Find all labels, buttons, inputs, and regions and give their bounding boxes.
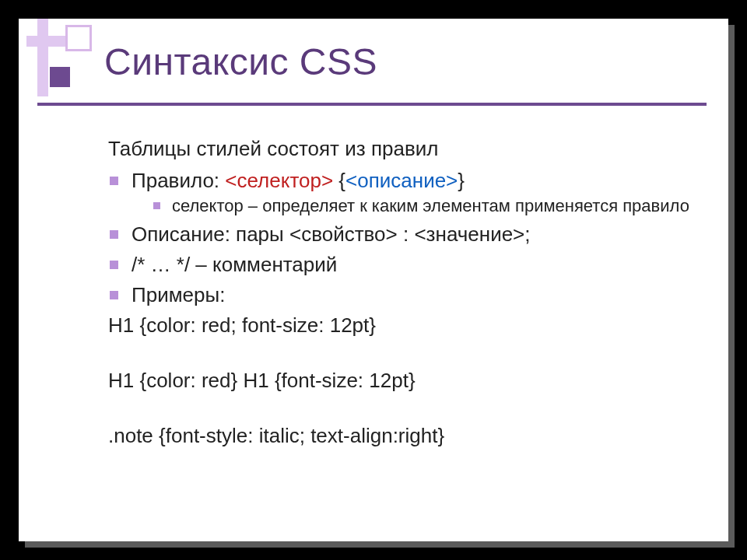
slide-body: Таблицы стилей состоят из правил Правило… bbox=[108, 135, 697, 453]
rule-label: Правило: bbox=[132, 169, 225, 192]
decor-square-outline bbox=[65, 25, 92, 51]
example-3: .note {font-style: italic; text-align:ri… bbox=[108, 422, 697, 450]
intro-text: Таблицы стилей состоят из правил bbox=[108, 135, 697, 163]
rule-description: <описание> bbox=[345, 169, 458, 192]
rule-selector: <селектор> bbox=[225, 169, 333, 192]
sub-bullet-list: селектор – определяет к каким элементам … bbox=[153, 194, 697, 218]
examples-block: H1 {color: red; font-size: 12pt} H1 {col… bbox=[108, 312, 697, 450]
bullet-description: Описание: пары <свойство> : <значение>; bbox=[108, 221, 697, 248]
title-area: Синтаксис CSS bbox=[19, 19, 728, 120]
slide: Синтаксис CSS Таблицы стилей состоят из … bbox=[19, 19, 728, 541]
bullet-comment: /* … */ – комментарий bbox=[108, 251, 697, 278]
bullet-examples: Примеры: bbox=[108, 282, 697, 309]
decor-square-solid bbox=[50, 67, 70, 87]
bullet-rule: Правило: <селектор> {<описание>} селекто… bbox=[108, 167, 697, 218]
rule-brace-close: } bbox=[458, 169, 465, 192]
decor-bar-vertical bbox=[37, 19, 48, 96]
title-underline bbox=[37, 103, 707, 106]
rule-brace-open: { bbox=[333, 169, 345, 192]
bullet-list: Правило: <селектор> {<описание>} селекто… bbox=[108, 167, 697, 309]
sub-bullet-selector: селектор – определяет к каким элементам … bbox=[153, 194, 697, 218]
slide-title: Синтаксис CSS bbox=[104, 40, 377, 83]
example-2: H1 {color: red} H1 {font-size: 12pt} bbox=[108, 367, 697, 394]
example-1: H1 {color: red; font-size: 12pt} bbox=[108, 312, 697, 339]
